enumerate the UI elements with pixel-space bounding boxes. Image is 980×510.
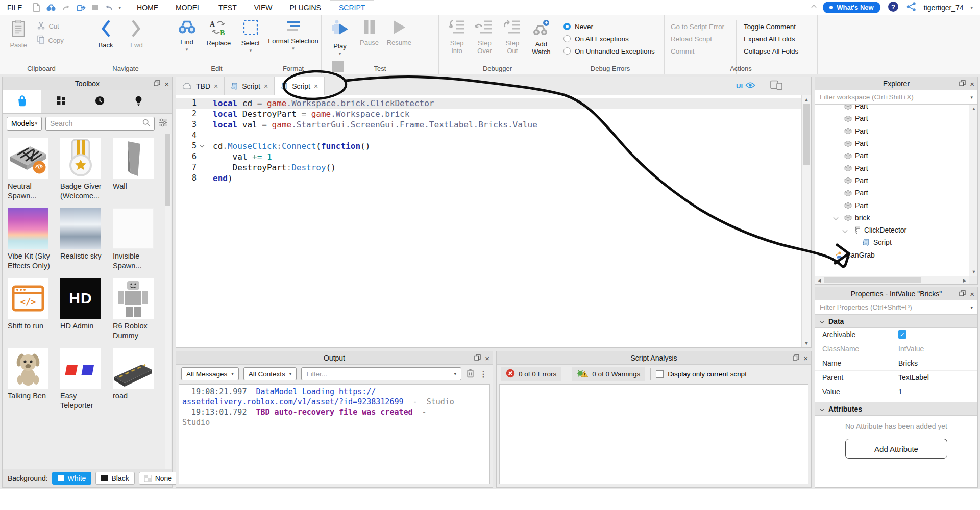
share-icon[interactable] bbox=[906, 2, 917, 13]
tree-item-part[interactable]: Part bbox=[815, 112, 969, 124]
editor-tab-script[interactable]: Script× bbox=[275, 77, 325, 95]
asset-item[interactable]: Badge Giver (Welcome... bbox=[60, 138, 107, 201]
expand-chevron-icon[interactable] bbox=[843, 227, 848, 233]
asset-item[interactable]: Neutral Spawn... bbox=[8, 138, 55, 201]
background-option-white[interactable]: White bbox=[52, 472, 92, 485]
action-expand-all-folds[interactable]: Expand All Folds bbox=[744, 33, 798, 45]
cut-button[interactable]: Cut bbox=[37, 21, 63, 31]
tree-item-clickdetector[interactable]: ClickDetector bbox=[815, 224, 969, 236]
asset-item[interactable]: R6 Roblox Dummy bbox=[113, 278, 160, 341]
section-data[interactable]: Data bbox=[815, 315, 977, 328]
scroll-down-button[interactable]: ▼ bbox=[802, 339, 811, 347]
asset-item[interactable]: Vibe Kit (Sky Effects Only) bbox=[8, 208, 55, 271]
stop-icon-small[interactable] bbox=[92, 4, 99, 11]
float-panel-icon[interactable] bbox=[793, 354, 799, 362]
menu-tab-view[interactable]: VIEW bbox=[246, 0, 281, 15]
redo-icon[interactable] bbox=[62, 4, 70, 11]
property-value[interactable]: 1 bbox=[893, 385, 977, 399]
background-option-none[interactable]: None bbox=[139, 472, 178, 485]
add-watch-button[interactable]: Add Watch bbox=[527, 15, 555, 56]
explorer-hscrollbar[interactable]: ◀ ▶ bbox=[815, 276, 969, 284]
replace-button[interactable]: AB Replace bbox=[203, 15, 234, 47]
messages-filter-dropdown[interactable]: All Messages▾ bbox=[181, 367, 239, 380]
fold-marker-icon[interactable] bbox=[200, 143, 204, 147]
collapse-ribbon-icon[interactable] bbox=[812, 5, 817, 10]
code-area[interactable]: 12345678 local cd = game.Workspace.brick… bbox=[176, 95, 811, 347]
add-attribute-button[interactable]: Add Attribute bbox=[845, 439, 947, 459]
quick-access-caret-icon[interactable]: ▾ bbox=[119, 5, 121, 10]
archivable-checkbox[interactable]: ✓ bbox=[898, 330, 906, 339]
tab-recent[interactable] bbox=[80, 90, 119, 113]
action-collapse-all-folds[interactable]: Collapse All Folds bbox=[744, 45, 798, 57]
copy-button[interactable]: Copy bbox=[37, 35, 63, 45]
help-icon[interactable]: ? bbox=[888, 1, 899, 14]
quick-find-icon[interactable] bbox=[46, 4, 56, 11]
tab-close-icon[interactable]: × bbox=[264, 82, 268, 90]
close-panel-icon[interactable]: × bbox=[970, 80, 974, 88]
menu-tab-plugins[interactable]: PLUGINS bbox=[281, 0, 329, 15]
ui-visibility-button[interactable]: UI bbox=[736, 82, 755, 90]
user-menu-caret-icon[interactable]: ▾ bbox=[970, 5, 973, 10]
tree-item-script[interactable]: Script bbox=[815, 236, 969, 248]
new-file-icon[interactable] bbox=[33, 3, 40, 12]
explorer-vscrollbar[interactable]: ▲ ▼ bbox=[969, 105, 977, 276]
tab-close-icon[interactable]: × bbox=[314, 82, 318, 90]
asset-item[interactable]: </>Shift to run bbox=[8, 278, 55, 341]
properties-filter-input[interactable]: Filter Properties (Ctrl+Shift+P)▾ bbox=[815, 300, 977, 315]
errors-chip[interactable]: 0 of 0 Errors bbox=[501, 367, 561, 381]
action-commit[interactable]: Commit bbox=[671, 45, 736, 57]
step-over-button[interactable]: Step Over bbox=[472, 15, 497, 55]
action-go-to-script-error[interactable]: Go to Script Error bbox=[671, 20, 736, 33]
scroll-up-button[interactable]: ▲ bbox=[802, 95, 811, 104]
scroll-right-button[interactable]: ▶ bbox=[961, 276, 969, 284]
asset-item[interactable]: Talking Ben bbox=[8, 348, 55, 411]
find-button[interactable]: Find ▾ bbox=[173, 15, 201, 52]
toolbox-scrollbar[interactable] bbox=[165, 134, 171, 469]
float-panel-icon[interactable] bbox=[959, 290, 966, 298]
tab-close-icon[interactable]: × bbox=[214, 82, 218, 90]
tree-item-part[interactable]: Part bbox=[815, 162, 969, 174]
close-panel-icon[interactable]: × bbox=[164, 80, 169, 88]
step-into-button[interactable]: Step Into bbox=[444, 15, 470, 55]
asset-item[interactable]: road bbox=[113, 348, 160, 411]
property-value[interactable]: IntValue bbox=[893, 342, 977, 356]
background-option-black[interactable]: Black bbox=[95, 472, 134, 485]
filter-options-icon[interactable] bbox=[158, 118, 168, 129]
section-attributes[interactable]: Attributes bbox=[815, 402, 977, 416]
radio-on-unhandled-exceptions[interactable]: On Unhandled Exceptions bbox=[564, 45, 664, 57]
expand-chevron-icon[interactable] bbox=[834, 215, 839, 220]
scroll-left-button[interactable]: ◀ bbox=[815, 276, 823, 284]
back-button[interactable]: Back bbox=[91, 15, 120, 49]
undo-icon[interactable] bbox=[105, 4, 113, 11]
float-panel-icon[interactable] bbox=[154, 80, 160, 88]
paste-button[interactable]: Paste bbox=[5, 15, 32, 49]
step-out-button[interactable]: Step Out bbox=[500, 15, 525, 55]
current-script-checkbox[interactable] bbox=[656, 370, 664, 378]
menu-tab-home[interactable]: HOME bbox=[128, 0, 167, 15]
tree-item-part[interactable]: Part bbox=[815, 174, 969, 187]
tab-inventory[interactable] bbox=[41, 90, 80, 113]
tree-item-cangrab[interactable]: CanGrab bbox=[815, 249, 969, 261]
tree-item-part[interactable]: Part bbox=[815, 105, 969, 112]
float-panel-icon[interactable] bbox=[474, 354, 481, 362]
username-label[interactable]: tigertiger_74 bbox=[924, 4, 964, 12]
action-reload-script[interactable]: Reload Script bbox=[671, 33, 736, 45]
asset-item[interactable]: Easy Teleporter bbox=[60, 348, 107, 411]
asset-item[interactable]: Wall bbox=[113, 138, 160, 201]
play-button[interactable]: Play ▾ bbox=[326, 15, 354, 56]
property-value[interactable]: TextLabel bbox=[893, 371, 977, 385]
tab-marketplace[interactable] bbox=[3, 90, 41, 113]
close-panel-icon[interactable]: × bbox=[803, 354, 808, 362]
editor-tab-script[interactable]: Script× bbox=[225, 77, 275, 95]
pause-button[interactable]: Pause bbox=[356, 15, 382, 46]
float-panel-icon[interactable] bbox=[959, 80, 966, 88]
output-filter-input[interactable]: Filter...▾ bbox=[301, 367, 461, 380]
property-value[interactable]: Bricks bbox=[893, 356, 977, 370]
asset-item[interactable]: Realistic sky bbox=[60, 208, 107, 271]
device-emulation-icon[interactable] bbox=[770, 80, 782, 92]
publish-icon[interactable] bbox=[77, 4, 86, 12]
file-menu-button[interactable]: FILE bbox=[0, 4, 31, 12]
output-menu-icon[interactable]: ⋮ bbox=[479, 369, 487, 379]
close-panel-icon[interactable]: × bbox=[485, 354, 489, 362]
editor-tab-tbd[interactable]: TBD× bbox=[176, 77, 225, 95]
